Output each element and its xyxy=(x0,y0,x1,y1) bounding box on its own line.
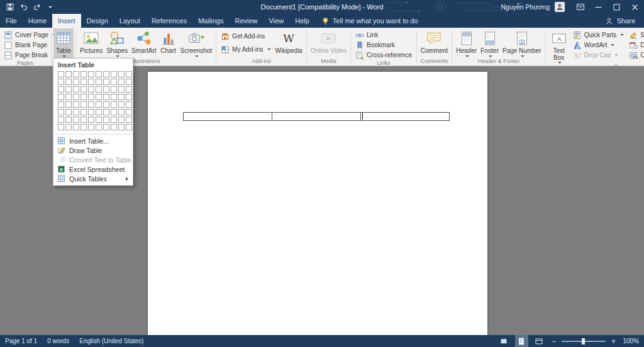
tell-me-box[interactable]: Tell me what you want to do xyxy=(315,14,425,28)
get-add-ins-button[interactable]: Get Add-ins xyxy=(218,31,273,41)
cover-page-button[interactable]: Cover Page xyxy=(1,30,58,40)
zoom-in-button[interactable]: + xyxy=(610,337,617,346)
table-cell[interactable] xyxy=(184,113,272,120)
tab-file[interactable]: File xyxy=(0,14,23,28)
tab-home[interactable]: Home xyxy=(23,14,52,28)
document-page[interactable] xyxy=(148,72,487,335)
undo-button[interactable] xyxy=(19,3,28,11)
tab-view[interactable]: View xyxy=(264,14,290,28)
grid-cell[interactable] xyxy=(118,79,125,85)
tab-design[interactable]: Design xyxy=(81,14,114,28)
grid-cell[interactable] xyxy=(58,124,64,130)
screenshot-button[interactable]: Screenshot xyxy=(179,28,214,58)
grid-cell[interactable] xyxy=(73,109,79,115)
quick-parts-button[interactable]: Quick Parts xyxy=(570,30,627,40)
page-number-button[interactable]: 1 Page Number xyxy=(501,28,543,58)
menu-item-insert-table[interactable]: Insert Table... xyxy=(53,136,133,145)
grid-cell[interactable] xyxy=(80,94,87,100)
my-add-ins-button[interactable]: My Add-ins xyxy=(218,45,273,54)
tab-mailings[interactable]: Mailings xyxy=(192,14,229,28)
table-button[interactable]: Table xyxy=(53,28,74,58)
shapes-button[interactable]: Shapes xyxy=(104,28,130,58)
grid-cell[interactable] xyxy=(126,86,132,93)
tab-review[interactable]: Review xyxy=(230,14,264,28)
language-indicator[interactable]: English (United States) xyxy=(79,338,143,344)
grid-cell[interactable] xyxy=(111,117,117,123)
grid-cell[interactable] xyxy=(65,124,72,130)
grid-cell[interactable] xyxy=(103,71,109,77)
grid-cell[interactable] xyxy=(58,71,64,77)
grid-cell[interactable] xyxy=(96,109,102,115)
grid-cell[interactable] xyxy=(80,79,87,85)
grid-cell[interactable] xyxy=(111,101,117,108)
grid-cell[interactable] xyxy=(88,117,94,123)
pictures-button[interactable]: Pictures xyxy=(78,28,104,58)
grid-cell[interactable] xyxy=(58,109,64,115)
grid-cell[interactable] xyxy=(80,86,87,93)
zoom-slider-thumb[interactable] xyxy=(582,338,585,344)
signature-line-button[interactable]: Signature Line xyxy=(626,30,644,40)
grid-cell[interactable] xyxy=(58,101,64,108)
maximize-button[interactable] xyxy=(608,0,626,14)
minimize-button[interactable] xyxy=(589,0,608,14)
grid-cell[interactable] xyxy=(73,101,79,108)
grid-cell[interactable] xyxy=(126,94,132,100)
share-button[interactable]: Share xyxy=(596,14,644,28)
grid-cell[interactable] xyxy=(118,94,125,100)
grid-cell[interactable] xyxy=(88,94,94,100)
grid-cell[interactable] xyxy=(111,71,117,77)
grid-cell[interactable] xyxy=(111,109,117,115)
grid-cell[interactable] xyxy=(80,109,87,115)
link-button[interactable]: Link xyxy=(353,30,414,40)
grid-cell[interactable] xyxy=(111,86,117,93)
grid-cell[interactable] xyxy=(103,94,109,100)
ribbon-display-options-button[interactable] xyxy=(571,0,589,14)
grid-cell[interactable] xyxy=(88,86,94,93)
grid-cell[interactable] xyxy=(111,79,117,85)
grid-cell[interactable] xyxy=(80,124,87,130)
print-layout-button[interactable] xyxy=(515,335,528,347)
grid-cell[interactable] xyxy=(118,101,125,108)
word-count[interactable]: 0 words xyxy=(47,338,69,344)
grid-cell[interactable] xyxy=(73,71,79,77)
grid-cell[interactable] xyxy=(118,117,125,123)
close-button[interactable] xyxy=(626,0,644,14)
grid-cell[interactable] xyxy=(73,124,79,130)
account-avatar[interactable] xyxy=(555,2,565,12)
save-button[interactable] xyxy=(6,3,14,11)
grid-cell[interactable] xyxy=(73,117,79,123)
read-mode-button[interactable] xyxy=(497,335,511,347)
grid-cell[interactable] xyxy=(65,101,72,108)
collapse-ribbon-button[interactable] xyxy=(632,51,639,62)
zoom-level[interactable]: 100% xyxy=(621,338,639,344)
grid-cell[interactable] xyxy=(126,109,132,115)
grid-cell[interactable] xyxy=(65,109,72,115)
footer-button[interactable]: Footer xyxy=(479,28,501,58)
blank-page-button[interactable]: Blank Page xyxy=(1,40,58,50)
grid-cell[interactable] xyxy=(58,79,64,85)
grid-cell[interactable] xyxy=(103,101,109,108)
grid-cell[interactable] xyxy=(118,86,125,93)
grid-cell[interactable] xyxy=(96,124,102,130)
web-layout-button[interactable] xyxy=(533,335,546,347)
grid-cell[interactable] xyxy=(111,124,117,130)
menu-item-excel-spreadsheet[interactable]: X Excel Spreadsheet xyxy=(53,164,133,174)
wikipedia-button[interactable]: W Wikipedia xyxy=(274,28,304,58)
grid-cell[interactable] xyxy=(126,117,132,123)
customize-quick-access-button[interactable] xyxy=(47,6,52,8)
grid-cell[interactable] xyxy=(65,79,72,85)
grid-cell[interactable] xyxy=(96,117,102,123)
grid-cell[interactable] xyxy=(126,101,132,108)
header-button[interactable]: Header xyxy=(454,28,479,58)
grid-cell[interactable] xyxy=(88,109,94,115)
page-indicator[interactable]: Page 1 of 1 xyxy=(5,338,37,344)
grid-cell[interactable] xyxy=(96,79,102,85)
grid-cell[interactable] xyxy=(126,71,132,77)
grid-cell[interactable] xyxy=(118,109,125,115)
tab-insert[interactable]: Insert xyxy=(52,14,81,28)
document-table[interactable] xyxy=(183,112,450,121)
grid-cell[interactable] xyxy=(88,79,94,85)
grid-cell[interactable] xyxy=(103,117,109,123)
menu-item-quick-tables[interactable]: Quick Tables xyxy=(53,174,133,183)
grid-cell[interactable] xyxy=(65,94,72,100)
